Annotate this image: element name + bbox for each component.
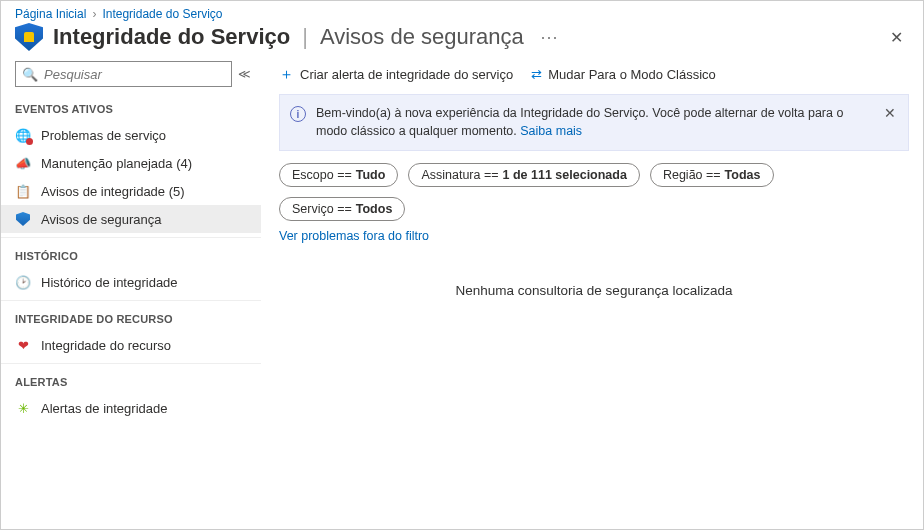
banner-close-button[interactable]: ✕	[882, 105, 898, 121]
cmd-label: Criar alerta de integridade do serviço	[300, 67, 513, 82]
sidebar-item-security-advisories[interactable]: Avisos de segurança	[1, 205, 261, 233]
info-icon: i	[290, 106, 306, 122]
more-icon[interactable]: ⋯	[534, 26, 558, 48]
sidebar-item-label: Alertas de integridade	[41, 401, 167, 416]
create-alert-button[interactable]: ＋ Criar alerta de integridade do serviço	[279, 65, 513, 84]
sidebar-item-health-history[interactable]: 🕑 Histórico de integridade	[1, 268, 261, 296]
page-title-sub: Avisos de segurança	[320, 24, 524, 50]
filter-region[interactable]: Região == Todas	[650, 163, 774, 187]
filter-subscription[interactable]: Assinatura == 1 de 111 selecionada	[408, 163, 640, 187]
empty-state-message: Nenhuma consultoria de segurança localiz…	[279, 253, 909, 328]
alert-icon: ✳	[15, 400, 31, 416]
filter-scope[interactable]: Escopo == Tudo	[279, 163, 398, 187]
command-bar: ＋ Criar alerta de integridade do serviço…	[279, 61, 909, 94]
title-bar: Integridade do Serviço | Avisos de segur…	[1, 23, 923, 61]
main-content: ＋ Criar alerta de integridade do serviço…	[261, 61, 923, 529]
breadcrumb-home[interactable]: Página Inicial	[15, 7, 86, 21]
calendar-icon: 📋	[15, 183, 31, 199]
title-divider: |	[300, 24, 310, 50]
history-icon: 🕑	[15, 274, 31, 290]
filter-row: Escopo == Tudo Assinatura == 1 de 111 se…	[279, 151, 909, 227]
plus-icon: ＋	[279, 65, 294, 84]
banner-text: Bem-vindo(a) à nova experiência da Integ…	[316, 105, 872, 140]
page-title-main: Integridade do Serviço	[53, 24, 290, 50]
chevron-right-icon: ›	[92, 7, 96, 21]
outside-filter-link[interactable]: Ver problemas fora do filtro	[279, 229, 429, 243]
section-history: HISTÓRICO	[1, 242, 261, 268]
search-box[interactable]: 🔍	[15, 61, 232, 87]
filter-service[interactable]: Serviço == Todos	[279, 197, 405, 221]
section-resource-health: INTEGRIDADE DO RECURSO	[1, 305, 261, 331]
megaphone-icon: 📣	[15, 155, 31, 171]
section-alerts: ALERTAS	[1, 368, 261, 394]
sidebar-item-resource-health[interactable]: ❤ Integridade do recurso	[1, 331, 261, 359]
sidebar-item-label: Manutenção planejada (4)	[41, 156, 192, 171]
collapse-icon[interactable]: ≪	[238, 67, 251, 81]
globe-issue-icon: 🌐	[15, 127, 31, 143]
banner-learn-more-link[interactable]: Saiba mais	[520, 124, 582, 138]
breadcrumb-current[interactable]: Integridade do Serviço	[102, 7, 222, 21]
sidebar-item-planned-maintenance[interactable]: 📣 Manutenção planejada (4)	[1, 149, 261, 177]
sidebar-item-label: Histórico de integridade	[41, 275, 178, 290]
shield-small-icon	[15, 211, 31, 227]
breadcrumb: Página Inicial › Integridade do Serviço	[1, 1, 923, 23]
sidebar-item-label: Problemas de serviço	[41, 128, 166, 143]
shield-icon	[15, 23, 43, 51]
sidebar-item-health-advisories[interactable]: 📋 Avisos de integridade (5)	[1, 177, 261, 205]
sidebar-item-label: Avisos de segurança	[41, 212, 161, 227]
sidebar-item-label: Avisos de integridade (5)	[41, 184, 185, 199]
info-banner: i Bem-vindo(a) à nova experiência da Int…	[279, 94, 909, 151]
heartbeat-icon: ❤	[15, 337, 31, 353]
search-icon: 🔍	[22, 67, 38, 82]
cmd-label: Mudar Para o Modo Clássico	[548, 67, 716, 82]
section-active-events: EVENTOS ATIVOS	[1, 95, 261, 121]
switch-classic-button[interactable]: ⇄ Mudar Para o Modo Clássico	[531, 67, 716, 82]
sidebar-item-health-alerts[interactable]: ✳ Alertas de integridade	[1, 394, 261, 422]
search-input[interactable]	[44, 67, 225, 82]
swap-icon: ⇄	[531, 67, 542, 82]
close-button[interactable]: ✕	[884, 24, 909, 51]
sidebar-item-service-issues[interactable]: 🌐 Problemas de serviço	[1, 121, 261, 149]
sidebar-item-label: Integridade do recurso	[41, 338, 171, 353]
sidebar: 🔍 ≪ EVENTOS ATIVOS 🌐 Problemas de serviç…	[1, 61, 261, 529]
